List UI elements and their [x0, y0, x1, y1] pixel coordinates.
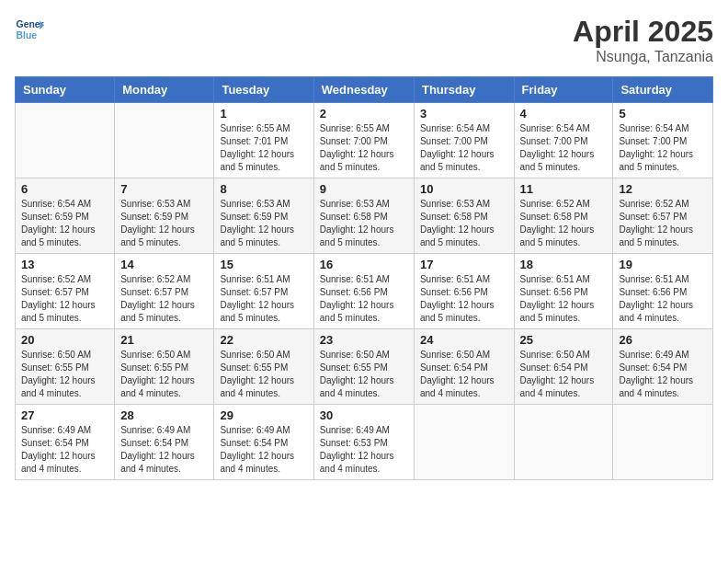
calendar-week-row: 27Sunrise: 6:49 AMSunset: 6:54 PMDayligh…: [16, 405, 713, 480]
day-info: Sunrise: 6:53 AMSunset: 6:58 PMDaylight:…: [320, 198, 408, 249]
calendar-day-cell: [115, 103, 214, 178]
calendar-day-cell: 7Sunrise: 6:53 AMSunset: 6:59 PMDaylight…: [115, 178, 214, 254]
weekday-header-cell: Saturday: [613, 77, 713, 103]
day-number: 29: [220, 408, 307, 422]
calendar-table: SundayMondayTuesdayWednesdayThursdayFrid…: [15, 76, 713, 480]
day-number: 10: [420, 182, 508, 196]
day-info: Sunrise: 6:49 AMSunset: 6:54 PMDaylight:…: [120, 424, 208, 476]
day-info: Sunrise: 6:51 AMSunset: 6:56 PMDaylight:…: [420, 273, 508, 325]
logo-icon: General Blue: [15, 15, 44, 44]
day-info: Sunrise: 6:50 AMSunset: 6:54 PMDaylight:…: [520, 349, 608, 400]
day-info: Sunrise: 6:53 AMSunset: 6:59 PMDaylight:…: [120, 198, 208, 249]
calendar-week-row: 1Sunrise: 6:55 AMSunset: 7:01 PMDaylight…: [16, 103, 713, 178]
day-info: Sunrise: 6:54 AMSunset: 7:00 PMDaylight:…: [420, 122, 508, 174]
day-number: 14: [120, 258, 208, 271]
day-info: Sunrise: 6:52 AMSunset: 6:57 PMDaylight:…: [619, 198, 707, 249]
calendar-day-cell: 3Sunrise: 6:54 AMSunset: 7:00 PMDaylight…: [414, 103, 514, 178]
weekday-header-row: SundayMondayTuesdayWednesdayThursdayFrid…: [16, 77, 713, 103]
day-info: Sunrise: 6:49 AMSunset: 6:54 PMDaylight:…: [220, 424, 307, 476]
day-info: Sunrise: 6:51 AMSunset: 6:57 PMDaylight:…: [220, 273, 307, 325]
page-header: General Blue April 2025 Nsunga, Tanzania: [15, 15, 713, 65]
day-info: Sunrise: 6:49 AMSunset: 6:54 PMDaylight:…: [21, 424, 108, 476]
calendar-day-cell: 22Sunrise: 6:50 AMSunset: 6:55 PMDayligh…: [214, 329, 313, 405]
calendar-day-cell: 5Sunrise: 6:54 AMSunset: 7:00 PMDaylight…: [613, 103, 713, 178]
calendar-day-cell: 23Sunrise: 6:50 AMSunset: 6:55 PMDayligh…: [313, 329, 414, 405]
calendar-day-cell: 17Sunrise: 6:51 AMSunset: 6:56 PMDayligh…: [414, 254, 514, 329]
day-info: Sunrise: 6:53 AMSunset: 6:58 PMDaylight:…: [420, 198, 508, 249]
calendar-day-cell: 15Sunrise: 6:51 AMSunset: 6:57 PMDayligh…: [214, 254, 313, 329]
day-number: 25: [520, 333, 608, 347]
calendar-day-cell: 14Sunrise: 6:52 AMSunset: 6:57 PMDayligh…: [115, 254, 214, 329]
day-info: Sunrise: 6:50 AMSunset: 6:55 PMDaylight:…: [220, 349, 307, 400]
calendar-day-cell: 11Sunrise: 6:52 AMSunset: 6:58 PMDayligh…: [514, 178, 613, 254]
calendar-day-cell: 20Sunrise: 6:50 AMSunset: 6:55 PMDayligh…: [16, 329, 115, 405]
calendar-day-cell: [414, 405, 514, 480]
day-number: 15: [220, 258, 307, 271]
calendar-day-cell: [514, 405, 613, 480]
day-number: 21: [120, 333, 208, 347]
weekday-header-cell: Tuesday: [214, 77, 313, 103]
location-title: Nsunga, Tanzania: [573, 49, 713, 65]
day-info: Sunrise: 6:51 AMSunset: 6:56 PMDaylight:…: [320, 273, 408, 325]
day-info: Sunrise: 6:50 AMSunset: 6:54 PMDaylight:…: [420, 349, 508, 400]
day-number: 1: [220, 107, 307, 121]
day-number: 20: [21, 333, 108, 347]
day-number: 19: [619, 258, 707, 271]
logo: General Blue: [15, 15, 44, 44]
day-number: 23: [320, 333, 408, 347]
calendar-day-cell: 24Sunrise: 6:50 AMSunset: 6:54 PMDayligh…: [414, 329, 514, 405]
calendar-day-cell: 8Sunrise: 6:53 AMSunset: 6:59 PMDaylight…: [214, 178, 313, 254]
day-number: 18: [520, 258, 608, 271]
day-info: Sunrise: 6:50 AMSunset: 6:55 PMDaylight:…: [120, 349, 208, 400]
day-info: Sunrise: 6:50 AMSunset: 6:55 PMDaylight:…: [320, 349, 408, 400]
calendar-day-cell: [16, 103, 115, 178]
calendar-day-cell: 21Sunrise: 6:50 AMSunset: 6:55 PMDayligh…: [115, 329, 214, 405]
day-info: Sunrise: 6:55 AMSunset: 7:01 PMDaylight:…: [220, 122, 307, 174]
calendar-day-cell: 6Sunrise: 6:54 AMSunset: 6:59 PMDaylight…: [16, 178, 115, 254]
day-number: 16: [320, 258, 408, 271]
day-info: Sunrise: 6:52 AMSunset: 6:58 PMDaylight:…: [520, 198, 608, 249]
day-info: Sunrise: 6:54 AMSunset: 7:00 PMDaylight:…: [520, 122, 608, 174]
calendar-day-cell: 13Sunrise: 6:52 AMSunset: 6:57 PMDayligh…: [16, 254, 115, 329]
calendar-day-cell: 4Sunrise: 6:54 AMSunset: 7:00 PMDaylight…: [514, 103, 613, 178]
weekday-header-cell: Wednesday: [313, 77, 414, 103]
calendar-day-cell: 25Sunrise: 6:50 AMSunset: 6:54 PMDayligh…: [514, 329, 613, 405]
svg-text:Blue: Blue: [17, 30, 38, 40]
weekday-header-cell: Sunday: [16, 77, 115, 103]
calendar-day-cell: 29Sunrise: 6:49 AMSunset: 6:54 PMDayligh…: [214, 405, 313, 480]
calendar-week-row: 20Sunrise: 6:50 AMSunset: 6:55 PMDayligh…: [16, 329, 713, 405]
day-number: 8: [220, 182, 307, 196]
day-number: 26: [619, 333, 707, 347]
calendar-day-cell: 18Sunrise: 6:51 AMSunset: 6:56 PMDayligh…: [514, 254, 613, 329]
day-number: 11: [520, 182, 608, 196]
day-number: 7: [120, 182, 208, 196]
calendar-week-row: 6Sunrise: 6:54 AMSunset: 6:59 PMDaylight…: [16, 178, 713, 254]
month-title: April 2025: [573, 15, 713, 49]
day-number: 28: [120, 408, 208, 422]
day-number: 3: [420, 107, 508, 121]
calendar-day-cell: 19Sunrise: 6:51 AMSunset: 6:56 PMDayligh…: [613, 254, 713, 329]
day-number: 4: [520, 107, 608, 121]
day-number: 2: [320, 107, 408, 121]
day-number: 13: [21, 258, 108, 271]
day-info: Sunrise: 6:52 AMSunset: 6:57 PMDaylight:…: [120, 273, 208, 325]
day-info: Sunrise: 6:51 AMSunset: 6:56 PMDaylight:…: [619, 273, 707, 325]
day-number: 27: [21, 408, 108, 422]
day-info: Sunrise: 6:54 AMSunset: 6:59 PMDaylight:…: [21, 198, 108, 249]
calendar-day-cell: 26Sunrise: 6:49 AMSunset: 6:54 PMDayligh…: [613, 329, 713, 405]
title-area: April 2025 Nsunga, Tanzania: [573, 15, 713, 65]
day-number: 9: [320, 182, 408, 196]
day-number: 22: [220, 333, 307, 347]
day-info: Sunrise: 6:50 AMSunset: 6:55 PMDaylight:…: [21, 349, 108, 400]
calendar-week-row: 13Sunrise: 6:52 AMSunset: 6:57 PMDayligh…: [16, 254, 713, 329]
calendar-day-cell: [613, 405, 713, 480]
calendar-day-cell: 12Sunrise: 6:52 AMSunset: 6:57 PMDayligh…: [613, 178, 713, 254]
day-number: 17: [420, 258, 508, 271]
day-number: 5: [619, 107, 707, 121]
day-number: 30: [320, 408, 408, 422]
calendar-body: 1Sunrise: 6:55 AMSunset: 7:01 PMDaylight…: [16, 103, 713, 480]
day-number: 12: [619, 182, 707, 196]
calendar-day-cell: 1Sunrise: 6:55 AMSunset: 7:01 PMDaylight…: [214, 103, 313, 178]
day-number: 24: [420, 333, 508, 347]
calendar-day-cell: 28Sunrise: 6:49 AMSunset: 6:54 PMDayligh…: [115, 405, 214, 480]
